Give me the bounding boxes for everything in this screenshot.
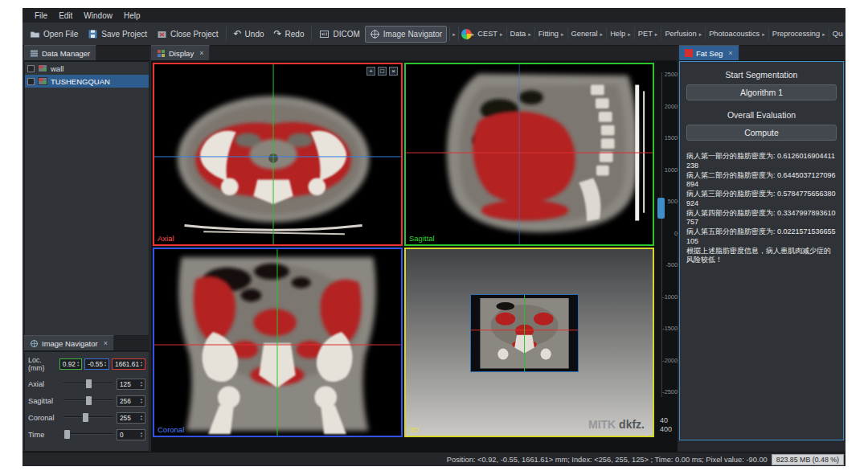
dataset-label: TUSHENGQUAN [51, 77, 110, 86]
algorithm-1-button[interactable]: Algorithm 1 [686, 84, 837, 100]
level-window-groove[interactable] [660, 72, 662, 397]
level-tick-label: 2500 [665, 71, 678, 78]
fullscreen-icon[interactable]: × [389, 67, 398, 76]
fat-density-result-line: 病人第三部分的脂肪密度为: 0.5784775656380924 [686, 190, 837, 208]
3d-gradient-background: MITK dkfz. [406, 249, 653, 436]
menubar-item[interactable]: File [29, 11, 53, 20]
tab-display-label: Display [169, 49, 194, 58]
fat-seg-view: Start Segmentation Algorithm 1 Overall E… [679, 61, 844, 440]
toolbar-menu-label: Fitting [538, 30, 559, 38]
spinner-arrows-icon[interactable]: ▲▼ [139, 415, 144, 420]
dicom-button[interactable]: DICOM [314, 26, 364, 43]
toolbar-separator [449, 27, 450, 41]
spinner-arrows-icon[interactable]: ▲▼ [76, 361, 80, 366]
workspace: Data Manager wall TUSHENGQUAN [23, 46, 845, 452]
toolbar-overflow-arrow-icon[interactable]: ▸ [452, 31, 456, 37]
viewport-3d[interactable]: MITK dkfz. 3D [404, 248, 654, 437]
image-navigator-button[interactable]: Image Navigator [365, 26, 447, 43]
tab-data-manager[interactable]: Data Manager [24, 45, 96, 60]
fat-density-result-line: 病人第四部分的脂肪密度为: 0.3347997893610757 [686, 209, 837, 227]
level-tick-label: -1500 [662, 325, 678, 332]
colorwheel-icon[interactable] [461, 29, 472, 39]
slider-handle[interactable] [86, 396, 92, 405]
menubar-item[interactable]: Help [118, 11, 146, 20]
3d-slice-thumbnail[interactable] [470, 294, 579, 372]
toolbar: Open File Save Project Close Project ↶ U… [23, 23, 845, 46]
visibility-checkbox[interactable] [27, 65, 35, 72]
location-y-value: -0.55 [88, 360, 103, 368]
tab-fat-seg-label: Fat Seg [696, 49, 723, 58]
location-x-value: 0.92 [63, 360, 76, 368]
memory-usage-indicator: 823.85 MB (0.48 %) [772, 454, 844, 465]
spinner-arrows-icon[interactable]: ▲▼ [139, 432, 144, 437]
dataset-icon [38, 77, 47, 85]
axial-value: 125 [120, 380, 131, 388]
toolbar-menu-label: Help [610, 30, 625, 38]
fat-density-result-line: 病人第二部分的脂肪密度为: 0.6445037127096894 [686, 171, 837, 190]
time-slider-label: Time [28, 431, 60, 439]
spinner-arrows-icon[interactable]: ▲▼ [139, 361, 144, 366]
toolbar-menu-button[interactable]: PET ▸ [635, 27, 662, 40]
redo-button[interactable]: ↷ Redo [269, 26, 309, 42]
viewport-axial[interactable]: + □ × Axial [153, 63, 403, 246]
crosshair-toggle-icon[interactable]: + [366, 67, 375, 76]
open-file-button[interactable]: Open File [25, 26, 83, 43]
sagittal-spinbox[interactable]: 256 ▲▼ [117, 395, 145, 407]
tab-fat-seg[interactable]: Fat Seg × [679, 45, 739, 60]
location-x-spinbox[interactable]: 0.92 ▲▼ [59, 358, 82, 370]
spinner-arrows-icon[interactable]: ▲▼ [103, 361, 108, 366]
toolbar-separator [458, 27, 459, 41]
toolbar-menu-button[interactable]: CEST ▸ [474, 27, 506, 40]
menu-bar: File Edit Window Help [23, 8, 845, 23]
display-editor: Display × [151, 46, 678, 452]
viewport-sagittal[interactable]: Sagittal [404, 63, 654, 246]
close-project-button[interactable]: Close Project [152, 26, 223, 43]
axial-spinbox[interactable]: 125 ▲▼ [117, 379, 145, 390]
toolbar-menu-button[interactable]: Perfusion ▸ [661, 27, 706, 40]
toolbar-menu-button[interactable]: Data ▸ [507, 27, 535, 40]
tree-row-tushengquan[interactable]: TUSHENGQUAN [25, 75, 149, 88]
image-navigator-label: Image Navigator [383, 30, 442, 39]
dkfz-logo-text: dkfz. [619, 418, 645, 431]
viewport-coronal[interactable]: Coronal [153, 248, 403, 437]
toolbar-menu-button[interactable]: Fitting ▸ [535, 27, 568, 40]
slider-handle[interactable] [64, 430, 70, 439]
toolbar-menu-button[interactable]: Help ▸ [607, 27, 635, 40]
location-y-spinbox[interactable]: -0.55 ▲▼ [84, 358, 109, 370]
sagittal-slider[interactable] [63, 395, 113, 406]
coronal-slider[interactable] [63, 412, 113, 423]
menubar-item[interactable]: Window [78, 11, 118, 20]
tab-image-navigator[interactable]: Image Navigator × [24, 335, 114, 350]
layout-select-icon[interactable]: □ [378, 67, 387, 76]
toolbar-menu-button[interactable]: Photoacoustics ▸ [706, 27, 769, 40]
close-tab-icon[interactable]: × [728, 49, 732, 57]
slider-handle[interactable] [86, 379, 92, 388]
axial-slider[interactable] [63, 379, 113, 389]
location-z-spinbox[interactable]: 1661.61 ▲▼ [112, 358, 145, 370]
image-navigator-content: Loc. (mm) 0.92 ▲▼ -0.55 ▲▼ 1661.61 ▲▼ [24, 351, 149, 452]
compute-button[interactable]: Compute [686, 125, 837, 141]
time-spinbox[interactable]: 0 ▲▼ [117, 429, 145, 440]
coronal-spinbox[interactable]: 255 ▲▼ [117, 412, 145, 424]
time-slider[interactable] [63, 429, 113, 440]
level-window-handle[interactable] [657, 198, 665, 219]
toolbar-menu-button[interactable]: Preprocessing ▸ [769, 27, 829, 40]
level-window-scale: 2500 2000 1500 1000 500 0 -500 [665, 71, 678, 395]
close-tab-icon[interactable]: × [199, 49, 203, 57]
menubar-item[interactable]: Edit [53, 11, 78, 20]
tab-display[interactable]: Display × [151, 45, 210, 60]
undo-button[interactable]: ↶ Undo [229, 26, 269, 42]
close-project-icon [157, 29, 167, 39]
viewport-label-coronal: Coronal [158, 425, 184, 434]
spinner-arrows-icon[interactable]: ▲▼ [139, 381, 144, 387]
tree-row-wall[interactable]: wall [25, 62, 149, 75]
close-tab-icon[interactable]: × [104, 339, 108, 347]
toolbar-menu-button[interactable]: General ▸ [568, 27, 608, 40]
visibility-checkbox[interactable] [27, 78, 35, 85]
mitk-watermark: MITK dkfz. [588, 418, 645, 431]
save-project-button[interactable]: Save Project [83, 26, 152, 43]
spinner-arrows-icon[interactable]: ▲▼ [139, 398, 144, 403]
slider-handle[interactable] [83, 413, 88, 422]
toolbar-menu-button[interactable]: Quantification ▸ [829, 27, 843, 40]
level-tick-label: -1000 [662, 293, 678, 301]
